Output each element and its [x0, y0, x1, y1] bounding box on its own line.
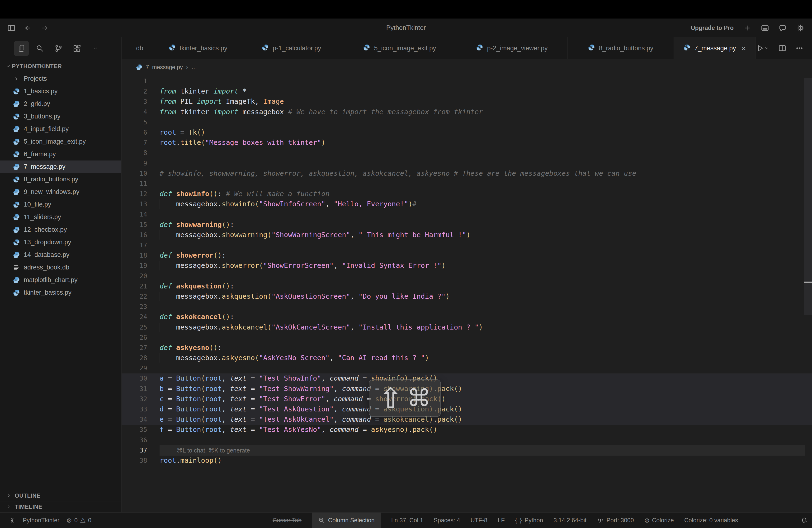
file-item-8_radio_buttons.py[interactable]: 8_radio_buttons.py — [0, 173, 121, 186]
file-item-tkinter_basics.py[interactable]: tkinter_basics.py — [0, 286, 121, 299]
chat-bubble-icon[interactable] — [779, 24, 787, 32]
code-line-19[interactable]: 19 messagebox.showerror("ShowErrorScreen… — [121, 261, 812, 270]
code-line-1[interactable]: 1 — [121, 76, 812, 86]
code-line-15[interactable]: 15def showwarning(): — [121, 220, 812, 230]
file-item-10_file.py[interactable]: 10_file.py — [0, 198, 121, 211]
code-line-11[interactable]: 11 — [121, 178, 812, 189]
code-line-28[interactable]: 28 messagebox.askyesno("AskYesNo Screen"… — [121, 353, 812, 363]
tab-.db[interactable]: .db — [121, 37, 156, 59]
code-line-36[interactable]: 36 — [121, 435, 812, 445]
code-line-14[interactable]: 14 — [121, 209, 812, 219]
code-line-6[interactable]: 6root = Tk() — [121, 127, 812, 137]
new-plus-icon[interactable] — [743, 24, 751, 32]
breadcrumb-more[interactable]: … — [191, 64, 197, 71]
status-colorize[interactable]: ⊘ Colorize — [644, 517, 674, 524]
code-line-13[interactable]: 13 messagebox.showinfo("ShowInfoScreen",… — [121, 199, 812, 209]
toggle-panel-icon[interactable] — [761, 24, 769, 32]
code-line-12[interactable]: 12def showinfo(): # We will make a funct… — [121, 189, 812, 199]
run-python-file-icon[interactable] — [756, 44, 769, 52]
breadcrumb-file[interactable]: 7_message.py — [146, 64, 183, 71]
file-item-11_sliders.py[interactable]: 11_sliders.py — [0, 211, 121, 223]
outline-section[interactable]: OUTLINE — [0, 490, 121, 501]
code-line-18[interactable]: 18def showerror(): — [121, 250, 812, 261]
code-line-37[interactable]: 37⌘L to chat, ⌘K to generate — [121, 445, 812, 455]
file-item-3_buttons.py[interactable]: 3_buttons.py — [0, 110, 121, 123]
file-item-12_checbox.py[interactable]: 12_checbox.py — [0, 223, 121, 236]
code-line-35[interactable]: 35f = Button(root, text = "Test AskYesNo… — [121, 425, 812, 435]
code-line-31[interactable]: 31b = Button(root, text = "Test ShowWarn… — [121, 384, 812, 394]
code-line-4[interactable]: 4from tkinter import messagebox # We hav… — [121, 107, 812, 117]
problems-indicator[interactable]: ⊗ 0 ⚠ 0 — [67, 517, 91, 524]
tab-p-1_calculator.py[interactable]: p-1_calculator.py — [240, 37, 343, 59]
remote-indicator-icon[interactable] — [9, 517, 16, 524]
file-item-13_dropdown.py[interactable]: 13_dropdown.py — [0, 236, 121, 249]
breadcrumb[interactable]: 7_message.py › … — [121, 59, 812, 75]
explorer-files-icon[interactable] — [14, 41, 29, 56]
upgrade-to-pro-button[interactable]: Upgrade to Pro — [691, 25, 734, 31]
timeline-section[interactable]: TIMELINE — [0, 501, 121, 512]
status-encoding[interactable]: UTF-8 — [470, 517, 488, 524]
search-icon[interactable] — [32, 41, 47, 56]
code-line-29[interactable]: 29 — [121, 363, 812, 373]
status-runtime[interactable]: 3.14.2 64-bit — [553, 517, 586, 524]
file-item-4_input_field.py[interactable]: 4_input_field.py — [0, 123, 121, 135]
status-port[interactable]: Port: 3000 — [597, 517, 634, 524]
code-line-30[interactable]: 30a = Button(root, text = "Test ShowInfo… — [121, 373, 812, 383]
file-item-adress_book.db[interactable]: adress_book.db — [0, 261, 121, 274]
tab-8_radio_buttons.py[interactable]: 8_radio_buttons.py — [568, 37, 674, 59]
file-item-Projects[interactable]: Projects — [0, 72, 121, 85]
status-workspace[interactable]: PythonTkinter — [23, 517, 59, 524]
code-line-17[interactable]: 17 — [121, 240, 812, 250]
code-line-16[interactable]: 16 messagebox.showwarning("ShowWarningSc… — [121, 230, 812, 240]
code-line-24[interactable]: 24def askokcancel(): — [121, 312, 812, 322]
chevron-down-icon[interactable] — [88, 41, 103, 56]
token: text — [230, 405, 247, 413]
file-item-5_icon_image_exit.py[interactable]: 5_icon_image_exit.py — [0, 135, 121, 148]
code-line-25[interactable]: 25 messagebox.askokcancel("AskOkCancelSc… — [121, 322, 812, 332]
code-line-21[interactable]: 21def askquestion(): — [121, 281, 812, 291]
file-item-14_database.py[interactable]: 14_database.py — [0, 249, 121, 261]
status-cursor-tab[interactable]: Cursor Tab — [273, 517, 302, 524]
editor-scrollbar[interactable] — [804, 78, 812, 315]
close-icon[interactable]: × — [741, 44, 746, 52]
code-line-7[interactable]: 7root.title("Message boxes with tkinter"… — [121, 137, 812, 148]
settings-gear-icon[interactable] — [796, 24, 805, 32]
code-line-10[interactable]: 10# showinfo, showwarning, showerror, as… — [121, 168, 812, 178]
workspace-header[interactable]: PYTHONTKINTER — [0, 60, 121, 72]
file-item-6_frame.py[interactable]: 6_frame.py — [0, 148, 121, 161]
status-column-selection[interactable]: Column Selection — [312, 513, 381, 528]
code-line-5[interactable]: 5 — [121, 117, 812, 127]
tab-5_icon_image_exit.py[interactable]: 5_icon_image_exit.py — [343, 37, 456, 59]
code-line-32[interactable]: 32c = Button(root, text = "Test ShowErro… — [121, 394, 812, 404]
tab-tkinter_basics.py[interactable]: tkinter_basics.py — [156, 37, 240, 59]
code-line-26[interactable]: 26 — [121, 332, 812, 342]
tab-7_message.py[interactable]: 7_message.py× — [674, 37, 756, 59]
file-item-1_basics.py[interactable]: 1_basics.py — [0, 85, 121, 98]
code-line-23[interactable]: 23 — [121, 302, 812, 312]
status-line-col[interactable]: Ln 37, Col 1 — [391, 517, 423, 524]
code-line-27[interactable]: 27def askyesno(): — [121, 342, 812, 353]
extensions-icon[interactable] — [69, 41, 85, 56]
code-line-38[interactable]: 38root.mainloop() — [121, 455, 812, 466]
status-colorize-vars[interactable]: Colorize: 0 variables — [684, 517, 738, 524]
file-item-7_message.py[interactable]: 7_message.py — [0, 161, 121, 173]
status-language[interactable]: { } Python — [515, 517, 543, 524]
more-actions-icon[interactable] — [795, 44, 803, 52]
code-line-20[interactable]: 20 — [121, 271, 812, 281]
file-item-2_grid.py[interactable]: 2_grid.py — [0, 98, 121, 110]
notifications-bell-icon[interactable] — [801, 517, 808, 524]
tab-p-2_image_viewer.py[interactable]: p-2_image_viewer.py — [456, 37, 568, 59]
code-line-33[interactable]: 33d = Button(root, text = "Test AskQuest… — [121, 404, 812, 414]
split-editor-icon[interactable] — [778, 44, 786, 52]
file-item-matplotlib_chart.py[interactable]: matplotlib_chart.py — [0, 274, 121, 286]
source-control-branch-icon[interactable] — [51, 41, 66, 56]
status-spaces[interactable]: Spaces: 4 — [434, 517, 460, 524]
code-line-3[interactable]: 3from PIL import ImageTk, Image — [121, 97, 812, 107]
code-line-2[interactable]: 2from tkinter import * — [121, 86, 812, 97]
file-item-9_new_windows.py[interactable]: 9_new_windows.py — [0, 186, 121, 198]
code-line-22[interactable]: 22 messagebox.askquestion("AskQuestionSc… — [121, 291, 812, 302]
code-line-9[interactable]: 9 — [121, 158, 812, 168]
code-line-34[interactable]: 34e = Button(root, text = "Test AskOkCan… — [121, 414, 812, 425]
status-eol[interactable]: LF — [498, 517, 505, 524]
code-line-8[interactable]: 8 — [121, 148, 812, 158]
